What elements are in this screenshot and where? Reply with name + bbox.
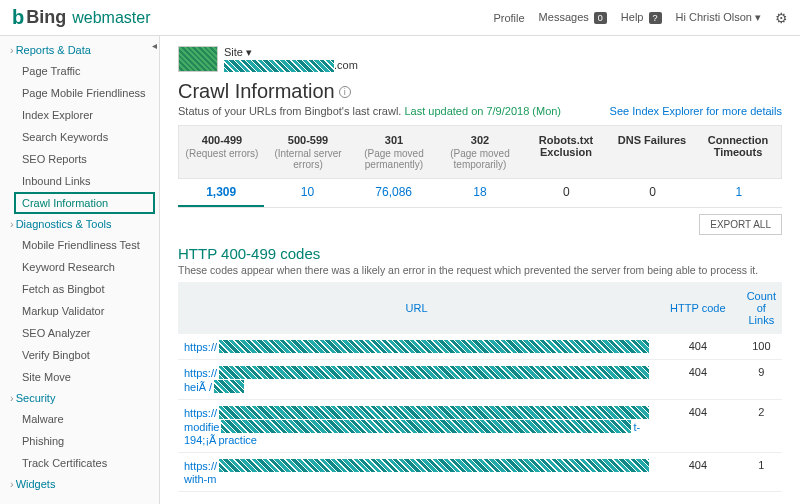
sidebar-item[interactable]: Page Mobile Friendliness (0, 82, 159, 104)
sidebar-item[interactable]: Markup Validator (0, 300, 159, 322)
gear-icon[interactable]: ⚙ (775, 10, 788, 26)
col-count[interactable]: Count of Links (741, 282, 782, 334)
section-description: These codes appear when there was a like… (178, 264, 782, 276)
stat-header[interactable]: 500-599(Internal server errors) (265, 126, 351, 178)
cell-code: 404 (655, 453, 741, 492)
sidebar-item[interactable]: Site Move (0, 366, 159, 388)
cell-count: 100 (741, 334, 782, 360)
cell-url[interactable]: https://heiÃ / (178, 360, 655, 400)
help-badge: ? (649, 12, 662, 24)
page-subtitle: Status of your URLs from Bingbot's last … (178, 105, 782, 117)
sidebar-section-diagnostics[interactable]: ›Diagnostics & Tools (0, 214, 159, 234)
stats-values-row: 1,3091076,08618001 (178, 179, 782, 208)
sidebar-item[interactable]: Page Traffic (0, 60, 159, 82)
chevron-down-icon: ▾ (755, 11, 761, 23)
site-thumbnail (178, 46, 218, 72)
stat-value[interactable]: 76,086 (351, 179, 437, 207)
chevron-right-icon: › (10, 478, 14, 490)
topbar: b Bing webmaster Profile Messages 0 Help… (0, 0, 800, 36)
cell-count: 9 (741, 360, 782, 400)
sidebar-item[interactable]: Malware (0, 408, 159, 430)
sidebar-item[interactable]: Crawl Information (14, 192, 155, 214)
page-title: Crawl Information i (178, 80, 782, 103)
cell-count: 2 (741, 400, 782, 453)
bing-logo-icon: b (12, 6, 24, 29)
sidebar-item[interactable]: Keyword Research (0, 256, 159, 278)
logo[interactable]: b Bing webmaster (12, 6, 150, 29)
last-updated: Last updated on 7/9/2018 (Mon) (404, 105, 561, 117)
stat-header[interactable]: Connection Timeouts (695, 126, 781, 178)
cell-count: 1 (741, 453, 782, 492)
redacted-site (224, 60, 334, 72)
site-label: Site (224, 46, 243, 58)
stat-value[interactable]: 18 (437, 179, 523, 207)
sidebar-item[interactable]: Inbound Links (0, 170, 159, 192)
sidebar-item[interactable]: Track Certificates (0, 452, 159, 474)
col-url[interactable]: URL (178, 282, 655, 334)
chevron-right-icon: › (10, 44, 14, 56)
stat-value[interactable]: 1 (696, 179, 782, 207)
sidebar-item[interactable]: Fetch as Bingbot (0, 278, 159, 300)
chevron-down-icon: ▾ (246, 46, 252, 58)
stat-value[interactable]: 1,309 (178, 179, 264, 207)
logo-text-bing: Bing (26, 7, 66, 28)
cell-code: 404 (655, 360, 741, 400)
main-content: Site ▾ .com Crawl Information i Status o… (160, 36, 800, 504)
table-row: https://modifiet-194;¡Ãpractice4042 (178, 400, 782, 453)
sidebar-item[interactable]: Verify Bingbot (0, 344, 159, 366)
sidebar-section-reports[interactable]: ›Reports & Data (0, 40, 159, 60)
sidebar-section-security[interactable]: ›Security (0, 388, 159, 408)
cell-code: 404 (655, 400, 741, 453)
sidebar-section-widgets[interactable]: ›Widgets (0, 474, 159, 494)
site-selector[interactable]: Site ▾ .com (178, 46, 782, 72)
stat-value[interactable]: 0 (609, 179, 695, 207)
sidebar-item[interactable]: Phishing (0, 430, 159, 452)
table-row: https://with-m4041 (178, 453, 782, 492)
nav-profile[interactable]: Profile (493, 12, 524, 24)
cell-url[interactable]: https://with-m (178, 453, 655, 492)
nav-messages[interactable]: Messages 0 (539, 11, 607, 24)
sidebar-item[interactable]: Search Keywords (0, 126, 159, 148)
collapse-sidebar-icon[interactable]: ◂ (152, 40, 157, 51)
stat-header[interactable]: 301(Page moved permanently) (351, 126, 437, 178)
chevron-right-icon: › (10, 392, 14, 404)
section-title: HTTP 400-499 codes (178, 245, 782, 262)
stat-header[interactable]: DNS Failures (609, 126, 695, 178)
cell-code: 404 (655, 334, 741, 360)
site-suffix: .com (334, 59, 358, 71)
col-http-code[interactable]: HTTP code (655, 282, 741, 334)
sidebar-item[interactable]: Mobile Friendliness Test (0, 234, 159, 256)
sidebar: ◂ ›Reports & Data Page TrafficPage Mobil… (0, 36, 160, 504)
table-row: https://404100 (178, 334, 782, 360)
index-explorer-link[interactable]: See Index Explorer for more details (610, 105, 782, 117)
sidebar-item[interactable]: SEO Reports (0, 148, 159, 170)
errors-table: URL HTTP code Count of Links https://404… (178, 282, 782, 492)
cell-url[interactable]: https://modifiet-194;¡Ãpractice (178, 400, 655, 453)
stat-header[interactable]: 302(Page moved temporarily) (437, 126, 523, 178)
table-row: https://heiÃ /4049 (178, 360, 782, 400)
cell-url[interactable]: https:// (178, 334, 655, 360)
stat-header[interactable]: Robots.txt Exclusion (523, 126, 609, 178)
info-icon[interactable]: i (339, 86, 351, 98)
stat-header[interactable]: 400-499(Request errors) (179, 126, 265, 178)
stat-value[interactable]: 0 (523, 179, 609, 207)
messages-count-badge: 0 (594, 12, 607, 24)
nav-help[interactable]: Help ? (621, 11, 662, 24)
logo-text-webmaster: webmaster (72, 9, 150, 27)
nav-user-greeting[interactable]: Hi Christi Olson ▾ (676, 11, 761, 24)
export-all-button[interactable]: EXPORT ALL (699, 214, 782, 235)
sidebar-item[interactable]: Index Explorer (0, 104, 159, 126)
chevron-right-icon: › (10, 218, 14, 230)
stats-header-row: 400-499(Request errors)500-599(Internal … (178, 125, 782, 179)
sidebar-item[interactable]: SEO Analyzer (0, 322, 159, 344)
stat-value[interactable]: 10 (264, 179, 350, 207)
